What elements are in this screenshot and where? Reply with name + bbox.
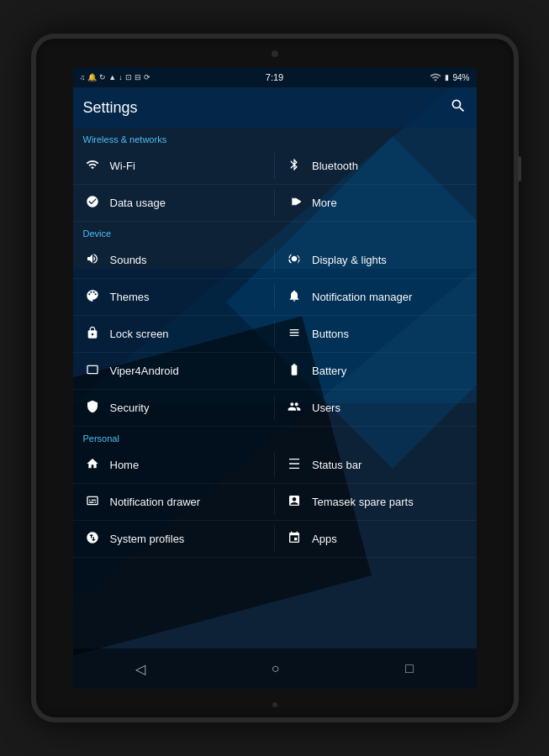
notification-icon <box>285 289 304 305</box>
profiles-label: System profiles <box>110 533 185 545</box>
home-label: Home <box>110 459 140 471</box>
notify-icon: 🔔 <box>87 73 97 81</box>
settings-row-notification-drawer-temasek: Notification drawer Temasek spare parts <box>73 484 477 521</box>
settings-row-viper-battery: Viper4Android Battery <box>73 353 477 390</box>
display-icon <box>285 252 304 268</box>
buttons-label: Buttons <box>312 328 349 340</box>
wifi-icon: ▲ <box>108 73 116 81</box>
apps-label: Apps <box>312 533 337 545</box>
settings-row-sounds-display: Sounds Display & lights <box>73 242 477 279</box>
search-button[interactable] <box>450 97 467 118</box>
settings-item-lock-screen[interactable]: Lock screen <box>73 316 275 352</box>
settings-item-themes[interactable]: Themes <box>73 279 275 315</box>
battery-icon: ▮ <box>445 73 449 81</box>
rotate-icon: ⟳ <box>144 73 150 81</box>
settings-item-apps[interactable]: Apps <box>275 521 477 557</box>
security-icon <box>83 400 102 416</box>
status-bar-icon <box>285 457 304 473</box>
bluetooth-label: Bluetooth <box>312 160 358 172</box>
settings-item-viper[interactable]: Viper4Android <box>73 353 275 389</box>
security-label: Security <box>110 402 150 414</box>
settings-item-display[interactable]: Display & lights <box>275 242 477 278</box>
battery-percent: 94% <box>452 73 469 82</box>
themes-label: Themes <box>110 291 150 303</box>
buttons-icon <box>285 326 304 342</box>
settings-item-status-bar[interactable]: Status bar <box>275 447 477 483</box>
more-icon <box>285 195 304 211</box>
settings-item-data-usage[interactable]: Data usage <box>73 185 275 221</box>
notification-label: Notification manager <box>312 291 412 303</box>
settings-row-profiles-apps: System profiles Apps <box>73 521 477 558</box>
settings-row-home-statusbar: Home Status bar <box>73 447 477 484</box>
settings-content: Wireless & networks Wi-Fi Bluetooth <box>73 128 477 648</box>
settings-item-buttons[interactable]: Buttons <box>275 316 477 352</box>
settings-row-security-users: Security Users <box>73 390 477 427</box>
camera <box>272 50 278 57</box>
home-button[interactable]: ○ <box>255 654 297 683</box>
settings-row-data-more: Data usage More <box>73 185 477 222</box>
sounds-label: Sounds <box>110 254 147 266</box>
status-bar-label: Status bar <box>312 459 362 471</box>
wifi-setting-icon <box>83 158 102 174</box>
status-icons-left: ♫ 🔔 ↻ ▲ ↓ ⊡ ⊟ ⟳ <box>80 73 150 81</box>
settings-item-sounds[interactable]: Sounds <box>73 242 275 278</box>
settings-item-bluetooth[interactable]: Bluetooth <box>275 148 477 184</box>
settings-item-notification-drawer[interactable]: Notification drawer <box>73 484 275 520</box>
section-header-wireless: Wireless & networks <box>73 128 477 148</box>
settings-item-wifi[interactable]: Wi-Fi <box>73 148 275 184</box>
screen: ♫ 🔔 ↻ ▲ ↓ ⊡ ⊟ ⟳ 7:19 ▮ 94% Settings <box>73 67 477 689</box>
action-bar: Settings <box>73 87 477 128</box>
battery-setting-icon <box>285 363 304 379</box>
recents-button[interactable]: □ <box>388 654 430 683</box>
section-header-device: Device <box>73 222 477 242</box>
display-label: Display & lights <box>312 254 387 266</box>
settings-item-system-profiles[interactable]: System profiles <box>73 521 275 557</box>
temasek-label: Temasek spare parts <box>312 496 414 508</box>
temasek-icon <box>285 494 304 510</box>
users-label: Users <box>312 402 340 414</box>
settings-item-security[interactable]: Security <box>73 390 275 426</box>
section-header-personal: Personal <box>73 427 477 447</box>
settings-row-themes-notification: Themes Notification manager <box>73 279 477 316</box>
screenshot-icon: ⊡ <box>125 73 132 81</box>
settings-item-home[interactable]: Home <box>73 447 275 483</box>
nav-bar: ◁ ○ □ <box>73 648 477 689</box>
settings-row-wifi-bluetooth: Wi-Fi Bluetooth <box>73 148 477 185</box>
settings-item-users[interactable]: Users <box>275 390 477 426</box>
profiles-icon <box>83 531 102 547</box>
back-button[interactable]: ◁ <box>119 654 162 684</box>
apps-icon <box>285 531 304 547</box>
wifi-label: Wi-Fi <box>110 160 135 172</box>
download-icon: ↓ <box>119 73 123 81</box>
lock-screen-label: Lock screen <box>110 328 169 340</box>
battery-label: Battery <box>312 365 346 377</box>
page-title: Settings <box>83 99 138 117</box>
settings-item-temasek[interactable]: Temasek spare parts <box>275 484 477 520</box>
status-time: 7:19 <box>266 72 283 82</box>
status-bar: ♫ 🔔 ↻ ▲ ↓ ⊡ ⊟ ⟳ 7:19 ▮ 94% <box>73 67 477 87</box>
headset-icon: ♫ <box>80 73 86 81</box>
notification-drawer-label: Notification drawer <box>110 496 201 508</box>
sound-icon <box>83 252 102 268</box>
settings-item-more[interactable]: More <box>275 185 477 221</box>
settings-item-notification[interactable]: Notification manager <box>275 279 477 315</box>
notification-drawer-icon <box>83 494 102 510</box>
cast-icon: ⊟ <box>135 73 141 81</box>
settings-row-lock-buttons: Lock screen Buttons <box>73 316 477 353</box>
side-button <box>518 156 521 181</box>
viper-label: Viper4Android <box>110 365 179 377</box>
home-icon <box>83 457 102 473</box>
home-dot <box>272 702 277 707</box>
search-icon <box>450 97 467 114</box>
signal-icon <box>430 71 441 83</box>
status-icons-right: ▮ 94% <box>430 71 469 83</box>
tablet-frame: ♫ 🔔 ↻ ▲ ↓ ⊡ ⊟ ⟳ 7:19 ▮ 94% Settings <box>31 34 519 722</box>
data-usage-label: Data usage <box>110 197 166 209</box>
viper-icon <box>83 363 102 379</box>
settings-item-battery[interactable]: Battery <box>275 353 477 389</box>
more-label: More <box>312 197 337 209</box>
themes-icon <box>83 289 102 305</box>
users-icon <box>285 400 304 416</box>
bluetooth-icon <box>285 158 304 174</box>
data-usage-icon <box>83 195 102 211</box>
